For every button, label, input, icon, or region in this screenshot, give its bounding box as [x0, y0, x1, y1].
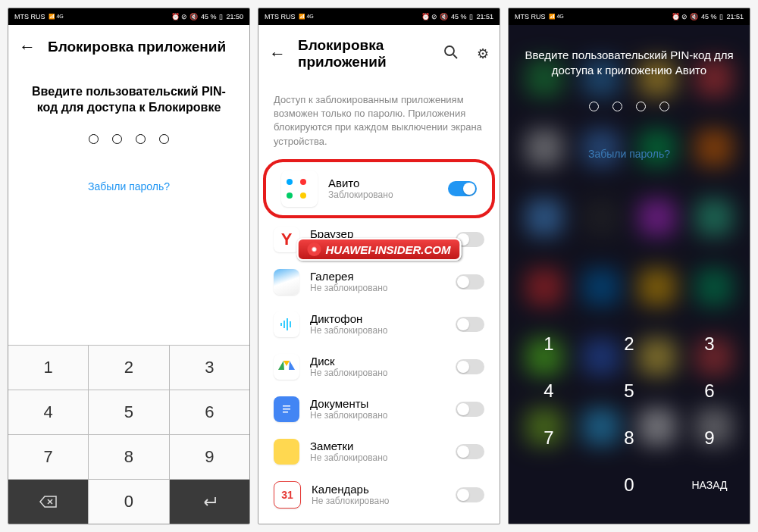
phone-screen-app-pin: MTS RUS 📶 4G ⏰ ⊘ 🔇 45 %▯ 21:51 Введите п… — [508, 8, 750, 524]
app-status-label: Не заблокировано — [312, 496, 445, 506]
back-arrow-icon[interactable]: ← — [269, 44, 286, 64]
time-label: 21:50 — [226, 13, 243, 20]
svg-rect-4 — [287, 318, 288, 330]
forgot-password-link[interactable]: Забыли пароль? — [8, 155, 249, 218]
gear-icon[interactable]: ⚙ — [477, 45, 489, 62]
app-list: Авито Заблокировано Y Браузер Не заблоки… — [258, 159, 500, 524]
back-button[interactable]: НАЗАД — [669, 462, 750, 509]
key-8[interactable]: 8 — [89, 435, 168, 479]
status-bar: MTS RUS 📶 4G ⏰ ⊘ 🔇 45 %▯ 21:51 — [258, 8, 500, 25]
app-row-gallery[interactable]: Галерея Не заблокировано — [258, 261, 500, 303]
toggle-switch[interactable] — [456, 359, 484, 374]
page-title: Блокировка приложений — [298, 37, 425, 70]
key-enter[interactable] — [170, 480, 249, 524]
app-row-docs[interactable]: Документы Не заблокировано — [258, 388, 500, 430]
svg-marker-9 — [278, 361, 284, 370]
key-6[interactable]: 6 — [170, 390, 249, 434]
battery-label: 45 % — [201, 13, 217, 20]
key-6[interactable]: 6 — [669, 368, 750, 415]
key-9[interactable]: 9 — [669, 415, 750, 462]
key-5[interactable]: 5 — [89, 390, 168, 434]
toggle-switch[interactable] — [448, 181, 477, 196]
toggle-switch[interactable] — [456, 402, 484, 417]
key-9[interactable]: 9 — [170, 435, 249, 479]
key-4[interactable]: 4 — [8, 390, 88, 434]
svg-rect-11 — [283, 405, 290, 407]
battery-label: 45 % — [451, 13, 467, 20]
status-bar: MTS RUS 📶 4G ⏰ ⊘ 🔇 45 %▯ 21:50 — [8, 8, 249, 25]
key-7[interactable]: 7 — [8, 435, 88, 479]
status-bar: MTS RUS 📶 4G ⏰ ⊘ 🔇 45 %▯ 21:51 — [509, 8, 750, 25]
pin-dot — [636, 102, 646, 111]
key-1[interactable]: 1 — [509, 321, 589, 368]
key-7[interactable]: 7 — [509, 415, 589, 462]
app-status-label: Не заблокировано — [310, 410, 445, 421]
svg-rect-2 — [280, 323, 282, 326]
app-name-label: Галерея — [310, 270, 445, 283]
pin-indicator — [8, 124, 249, 155]
key-4[interactable]: 4 — [509, 368, 589, 415]
key-3[interactable]: 3 — [170, 346, 249, 390]
highlight-annotation: Авито Заблокировано — [263, 159, 495, 218]
app-row-avito[interactable]: Авито Заблокировано — [266, 162, 492, 215]
time-label: 21:51 — [726, 13, 744, 20]
key-0[interactable]: 0 — [589, 462, 669, 509]
toggle-switch[interactable] — [456, 274, 484, 289]
app-name-label: Заметки — [310, 440, 445, 452]
key-1[interactable]: 1 — [8, 346, 88, 390]
app-row-calendar[interactable]: 31 Календарь Не заблокировано — [258, 473, 500, 517]
phone-screen-app-list: MTS RUS 📶 4G ⏰ ⊘ 🔇 45 %▯ 21:51 ← Блокиро… — [258, 8, 500, 524]
app-name-label: Документы — [310, 397, 445, 410]
pin-dot — [136, 134, 146, 144]
app-status-label: Не заблокировано — [310, 452, 445, 463]
pin-indicator — [509, 91, 750, 122]
app-status-label: Не заблокировано — [310, 283, 445, 293]
back-arrow-icon[interactable]: ← — [19, 37, 36, 57]
notes-icon — [274, 439, 299, 465]
key-empty — [509, 462, 589, 509]
calendar-icon: 31 — [274, 481, 301, 509]
svg-marker-8 — [289, 361, 295, 370]
key-8[interactable]: 8 — [589, 415, 669, 462]
numeric-keypad: 1 2 3 4 5 6 7 8 9 0 НАЗАД — [509, 313, 750, 524]
carrier-label: MTS RUS — [14, 13, 45, 20]
svg-rect-5 — [290, 321, 291, 327]
forgot-password-link[interactable]: Забыли пароль? — [509, 122, 750, 186]
toggle-switch[interactable] — [456, 317, 484, 332]
key-backspace[interactable] — [8, 480, 88, 524]
watermark-text: HUAWEI-INSIDER.COM — [326, 243, 451, 256]
pin-prompt: Введите пользовательский PIN-код для дос… — [509, 25, 750, 91]
carrier-label: MTS RUS — [265, 13, 296, 20]
key-2[interactable]: 2 — [589, 321, 669, 368]
key-2[interactable]: 2 — [89, 346, 168, 390]
huawei-logo-icon — [308, 243, 321, 256]
app-name-label: Диктофон — [310, 312, 445, 325]
app-row-notes[interactable]: Заметки Не заблокировано — [258, 430, 500, 473]
description-text: Доступ к заблокированным приложениям воз… — [258, 83, 500, 159]
search-icon[interactable] — [443, 45, 459, 64]
battery-label: 45 % — [701, 13, 717, 20]
pin-dot — [659, 102, 669, 111]
docs-icon — [274, 396, 299, 422]
microphone-icon — [274, 311, 299, 337]
app-name-label: Авито — [328, 177, 437, 189]
avito-icon — [281, 171, 318, 207]
pin-dot — [589, 102, 599, 111]
carrier-label: MTS RUS — [515, 13, 546, 20]
svg-rect-3 — [283, 321, 285, 328]
pin-dot — [89, 134, 99, 144]
key-3[interactable]: 3 — [669, 321, 750, 368]
app-row-disk[interactable]: Диск Не заблокировано — [258, 346, 500, 388]
key-0[interactable]: 0 — [89, 480, 168, 524]
app-status-label: Не заблокировано — [310, 368, 445, 378]
svg-rect-13 — [283, 412, 288, 413]
header: ← Блокировка приложений — [8, 25, 249, 69]
app-row-calc[interactable]: +− ×÷ Калькулятор — [258, 517, 500, 524]
app-name-label: Календарь — [312, 483, 445, 496]
toggle-switch[interactable] — [456, 487, 484, 502]
toggle-switch[interactable] — [456, 444, 484, 459]
app-row-dictaphone[interactable]: Диктофон Не заблокировано — [258, 303, 500, 346]
pin-dot — [112, 134, 122, 144]
gallery-icon — [274, 269, 299, 295]
key-5[interactable]: 5 — [589, 368, 669, 415]
